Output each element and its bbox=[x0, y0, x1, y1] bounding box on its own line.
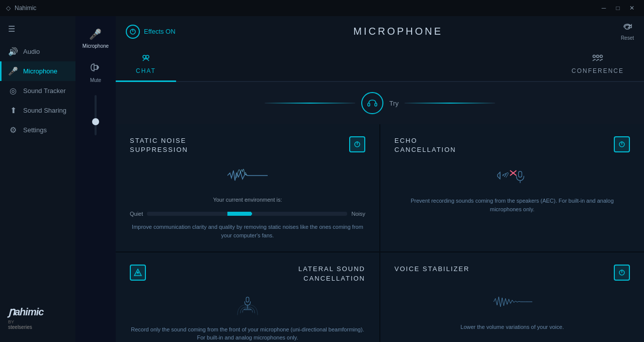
titlebar-left: ◇ Nahimic bbox=[6, 5, 36, 12]
quiet-label: Quiet bbox=[130, 211, 143, 217]
effects-button[interactable]: Effects ON bbox=[126, 25, 176, 39]
svg-point-3 bbox=[593, 55, 595, 58]
svg-rect-10 bbox=[519, 172, 522, 178]
noisy-label: Noisy bbox=[351, 211, 365, 217]
conference-tab-icon bbox=[591, 53, 604, 64]
lateral-title: LATERAL SOUNDCANCELLATION bbox=[298, 265, 365, 283]
minimize-button[interactable]: ─ bbox=[598, 2, 610, 14]
sidebar-item-microphone[interactable]: 🎤 Microphone bbox=[0, 61, 75, 81]
lateral-visual bbox=[130, 289, 365, 319]
settings-icon: ⚙ bbox=[8, 125, 18, 135]
voice-title: VOICE STABILIZER bbox=[394, 265, 470, 274]
noise-slider-track[interactable] bbox=[147, 212, 347, 216]
microphone-sidebar-icon: 🎤 bbox=[8, 66, 18, 76]
echo-header: ECHOCANCELLATION bbox=[394, 136, 630, 154]
static-noise-description: Improve communication clarity and qualit… bbox=[130, 223, 365, 239]
audio-icon: 🔊 bbox=[8, 47, 18, 56]
hamburger-menu[interactable]: ☰ bbox=[0, 20, 75, 42]
device-mute[interactable]: Mute bbox=[88, 59, 103, 87]
volume-slider[interactable] bbox=[95, 95, 97, 135]
chat-tab-icon bbox=[140, 53, 151, 64]
lateral-power-button[interactable] bbox=[130, 265, 146, 281]
try-label: Try bbox=[389, 100, 398, 107]
svg-rect-13 bbox=[246, 297, 249, 302]
sidebar-item-sound-sharing[interactable]: ⬆ Sound Sharing bbox=[0, 101, 75, 120]
tab-spacer bbox=[176, 47, 551, 81]
active-indicator bbox=[0, 61, 2, 81]
tab-conference-label: CONFERENCE bbox=[572, 67, 624, 74]
feature-lateral-sound: LATERAL SOUNDCANCELLATION bbox=[116, 252, 379, 342]
titlebar: ◇ Nahimic ─ □ ✕ bbox=[0, 0, 644, 16]
device-mute-label: Mute bbox=[90, 77, 101, 83]
sidebar-label-sound-tracker: Sound Tracker bbox=[23, 87, 66, 95]
reset-label: Reset bbox=[621, 35, 634, 41]
app-title: Nahimic bbox=[15, 5, 36, 12]
lateral-header: LATERAL SOUNDCANCELLATION bbox=[130, 265, 365, 283]
try-line-left bbox=[265, 103, 355, 104]
sidebar-label-sound-sharing: Sound Sharing bbox=[23, 107, 66, 114]
feature-echo-cancellation: ECHOCANCELLATION bbox=[380, 124, 644, 251]
voice-header: VOICE STABILIZER bbox=[394, 265, 630, 281]
sidebar-item-settings[interactable]: ⚙ Settings bbox=[0, 120, 75, 140]
effects-power-icon bbox=[126, 25, 140, 39]
try-area: Try bbox=[116, 82, 644, 124]
device-mic-icon: 🎤 bbox=[89, 28, 102, 40]
feature-voice-stabilizer: VOICE STABILIZER Lower the volume varia bbox=[380, 252, 644, 342]
logo-partner: steelseries bbox=[8, 324, 67, 330]
voice-power-button[interactable] bbox=[614, 265, 630, 281]
sidebar-label-microphone: Microphone bbox=[23, 67, 57, 75]
try-button[interactable] bbox=[361, 92, 383, 114]
sound-tracker-icon: ◎ bbox=[8, 86, 18, 96]
page-title: MICROPHONE bbox=[184, 26, 613, 37]
static-noise-power-button[interactable] bbox=[349, 136, 365, 152]
reset-button[interactable]: Reset bbox=[621, 22, 634, 41]
svg-rect-6 bbox=[368, 103, 370, 106]
static-noise-visual bbox=[130, 160, 365, 191]
maximize-button[interactable]: □ bbox=[612, 2, 624, 14]
hamburger-icon: ☰ bbox=[8, 25, 15, 33]
svg-point-4 bbox=[596, 55, 599, 58]
svg-point-1 bbox=[143, 55, 146, 58]
logo-by: BY bbox=[8, 319, 67, 324]
headphone-icon bbox=[367, 98, 377, 108]
sound-sharing-icon: ⬆ bbox=[8, 106, 18, 115]
noise-slider-thumb bbox=[249, 212, 252, 215]
noise-env-label: Your current environment is: bbox=[130, 197, 365, 203]
logo-brand: ɲahimic bbox=[8, 305, 67, 318]
app-icon: ◇ bbox=[6, 5, 11, 12]
device-mute-icon bbox=[90, 63, 101, 74]
voice-visual bbox=[394, 287, 630, 317]
static-noise-title: STATIC NOISESUPPRESSION bbox=[130, 136, 188, 154]
noise-slider-progress bbox=[227, 212, 252, 216]
sidebar-item-audio[interactable]: 🔊 Audio bbox=[0, 42, 75, 61]
sidebar-label-settings: Settings bbox=[23, 126, 47, 134]
sidebar-item-sound-tracker[interactable]: ◎ Sound Tracker bbox=[0, 81, 75, 101]
echo-power-button[interactable] bbox=[614, 136, 630, 152]
svg-point-2 bbox=[146, 55, 149, 58]
lateral-description: Record only the sound coming from the fr… bbox=[130, 325, 365, 342]
voice-description: Lower the volume variations of your voic… bbox=[394, 323, 630, 331]
static-noise-header: STATIC NOISESUPPRESSION bbox=[130, 136, 365, 154]
echo-visual bbox=[394, 160, 630, 191]
sidebar-label-audio: Audio bbox=[23, 48, 40, 55]
tab-chat[interactable]: CHAT bbox=[116, 47, 176, 82]
close-button[interactable]: ✕ bbox=[626, 2, 638, 14]
svg-point-5 bbox=[600, 55, 602, 58]
echo-description: Prevent recording sounds coming from the… bbox=[394, 197, 630, 213]
echo-title: ECHOCANCELLATION bbox=[394, 136, 456, 154]
tabs-bar: CHAT CONFERENCE bbox=[116, 47, 644, 82]
device-microphone[interactable]: 🎤 Microphone bbox=[80, 24, 111, 53]
reset-icon bbox=[622, 22, 632, 33]
sidebar-logo: ɲahimic BY steelseries bbox=[0, 297, 75, 338]
try-line-right bbox=[405, 103, 495, 104]
device-mic-label: Microphone bbox=[83, 43, 109, 49]
effects-label: Effects ON bbox=[144, 28, 176, 35]
tab-conference[interactable]: CONFERENCE bbox=[551, 47, 644, 82]
device-panel: 🎤 Microphone Mute bbox=[75, 16, 116, 342]
svg-rect-7 bbox=[375, 103, 377, 106]
features-grid: STATIC NOISESUPPRESSION Your bbox=[116, 124, 644, 342]
main-header: Effects ON MICROPHONE Reset bbox=[116, 16, 644, 47]
app-body: ☰ 🔊 Audio 🎤 Microphone ◎ Sound Tracker ⬆… bbox=[0, 16, 644, 342]
svg-point-12 bbox=[137, 272, 139, 274]
feature-static-noise: STATIC NOISESUPPRESSION Your bbox=[116, 124, 379, 251]
